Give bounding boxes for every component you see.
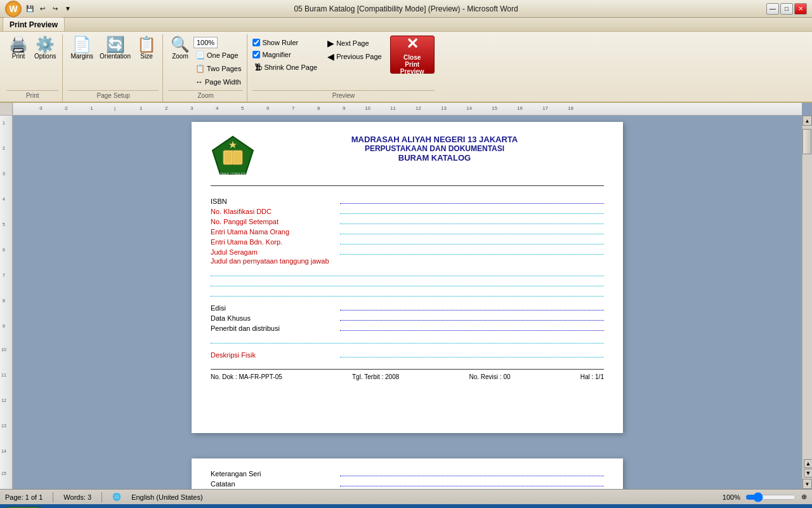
two-pages-label: Two Pages xyxy=(207,65,241,72)
edisi-label: Edisi xyxy=(211,304,337,312)
institution-logo: SMAN 13 BEKASI xyxy=(211,135,255,179)
zoom-buttons: 🔍 Zoom 📃 One Page 📋 Two Pages xyxy=(168,36,243,90)
scroll-track xyxy=(802,126,812,458)
scroll-up-btn[interactable]: ▲ xyxy=(802,116,812,126)
save-quick-btn[interactable]: 💾 xyxy=(24,3,36,15)
svg-text:SMAN 13 BEKASI: SMAN 13 BEKASI xyxy=(220,172,246,176)
office-logo[interactable]: W xyxy=(5,1,22,17)
entri-bdn-input xyxy=(340,237,604,244)
entri-nama-field: Entri Utama Nama Orang xyxy=(211,227,604,236)
previous-page-button[interactable]: ◀ Previous Page xyxy=(325,50,384,63)
form-fields: ISBN No. Klasifikasi DDC No. Panggil Set… xyxy=(211,196,604,359)
zoom-increase-btn[interactable]: ⊕ xyxy=(801,493,807,501)
status-sep-2 xyxy=(102,492,102,502)
edisi-field: Edisi xyxy=(211,303,604,312)
more-quick-btn[interactable]: ▼ xyxy=(62,3,74,15)
penerbit-label: Penerbit dan distribusi xyxy=(211,324,337,332)
entri-nama-input xyxy=(340,227,604,234)
print-label: Print xyxy=(12,53,25,60)
print-button[interactable]: 🖨️ Print xyxy=(6,36,30,62)
zoom-icon: 🔍 xyxy=(171,37,190,52)
page-footer: No. Dok : MA-FR-PPT-05 Tgl. Terbit : 200… xyxy=(211,369,604,380)
department-name: PERPUSTAKAAN DAN DOKUMENTASI xyxy=(265,144,604,153)
window-controls: — □ ✕ xyxy=(766,3,807,15)
ribbon-tabs: Print Preview xyxy=(0,18,812,32)
magnifier-row: Magnifier xyxy=(252,49,319,60)
keterangan-seri-field: Keterangan Seri xyxy=(211,469,604,478)
ruler-corner xyxy=(0,103,13,116)
preview-buttons: Show Ruler Magnifier 🗜 Shrink One Page ▶… xyxy=(252,36,434,90)
print-group-label: Print xyxy=(6,90,58,100)
svg-rect-5 xyxy=(225,152,232,163)
two-pages-button[interactable]: 📋 Two Pages xyxy=(193,62,243,75)
isbn-input xyxy=(340,196,604,204)
page-2: Keterangan Seri Catatan xyxy=(192,458,623,489)
two-pages-icon: 📋 xyxy=(195,64,205,73)
close-print-label: Close PrintPreview xyxy=(396,54,429,75)
entri-bdn-field: Entri Utama Bdn. Korp. xyxy=(211,237,604,246)
scroll-down-btn[interactable]: ▼ xyxy=(802,479,812,489)
no-revisi: No. Revisi : 00 xyxy=(469,373,511,380)
one-page-button[interactable]: 📃 One Page xyxy=(193,49,243,62)
extra-line-3 xyxy=(211,288,604,297)
hal: Hal : 1/1 xyxy=(580,373,604,380)
deskripsi-label: Deskripsi Fisik xyxy=(211,351,337,359)
close-btn[interactable]: ✕ xyxy=(794,3,807,15)
scroll-arrow-up2[interactable]: ▲ xyxy=(804,459,812,468)
next-page-button[interactable]: ▶ Next Page xyxy=(325,37,384,50)
ribbon-group-page-setup: 📄 Margins 🔄 Orientation 📋 Size Page Setu… xyxy=(64,34,163,102)
redo-quick-btn[interactable]: ↪ xyxy=(49,3,61,15)
orientation-icon: 🔄 xyxy=(106,37,125,52)
zoom-button[interactable]: 🔍 Zoom xyxy=(168,36,192,62)
size-icon: 📋 xyxy=(137,37,156,52)
next-page-label: Next Page xyxy=(336,39,369,47)
previous-page-label: Previous Page xyxy=(336,53,382,60)
zoom-input[interactable] xyxy=(193,37,218,48)
maximize-btn[interactable]: □ xyxy=(780,3,793,15)
data-khusus-label: Data Khusus xyxy=(211,314,337,322)
undo-quick-btn[interactable]: ↩ xyxy=(37,3,48,15)
judul-seragam-field: Judul Seragam xyxy=(211,247,604,256)
page-width-icon: ↔ xyxy=(195,77,203,86)
entri-nama-label: Entri Utama Nama Orang xyxy=(211,228,337,236)
shrink-one-page-button[interactable]: 🗜 Shrink One Page xyxy=(252,61,319,74)
margins-button[interactable]: 📄 Margins xyxy=(68,36,96,62)
options-button[interactable]: ⚙️ Options xyxy=(32,36,58,62)
judul-pernyataan-field: Judul dan pernyataan tanggung jawab xyxy=(211,257,604,265)
klasifikasi-field: No. Klasifikasi DDC xyxy=(211,206,604,215)
scroll-thumb[interactable] xyxy=(802,129,811,154)
shrink-label: Shrink One Page xyxy=(264,64,317,71)
penerbit-extra-line xyxy=(211,335,604,344)
status-bar: Page: 1 of 1 Words: 3 🌐 English (United … xyxy=(0,489,812,504)
shrink-icon: 🗜 xyxy=(254,63,262,72)
doc-no: No. Dok : MA-FR-PPT-05 xyxy=(211,373,282,380)
tgl-terbit: Tgl. Terbit : 2008 xyxy=(352,373,399,380)
page-width-button[interactable]: ↔ Page Width xyxy=(193,76,243,88)
size-button[interactable]: 📋 Size xyxy=(134,36,159,62)
magnifier-label: Magnifier xyxy=(262,51,291,58)
isbn-label: ISBN xyxy=(211,197,337,205)
page-setup-buttons: 📄 Margins 🔄 Orientation 📋 Size xyxy=(68,36,159,90)
one-page-icon: 📃 xyxy=(195,51,205,60)
magnifier-checkbox[interactable] xyxy=(252,51,260,58)
quick-access-toolbar: 💾 ↩ ↪ ▼ xyxy=(24,3,74,15)
header-text: MADRASAH ALIYAH NEGERI 13 JAKARTA PERPUS… xyxy=(265,135,604,163)
panggil-field: No. Panggil Setempat xyxy=(211,217,604,225)
panggil-input xyxy=(340,217,604,224)
minimize-btn[interactable]: — xyxy=(766,3,779,15)
ribbon: Print Preview 🖨️ Print ⚙️ Options Print … xyxy=(0,18,812,103)
show-ruler-label: Show Ruler xyxy=(262,39,298,46)
page-wrapper: SMAN 13 BEKASI MADRASAH ALIYAH NEGERI 13… xyxy=(192,122,623,483)
vertical-scrollbar[interactable]: ▲ ▲ ▼ ▼ xyxy=(802,116,812,489)
tab-print-preview[interactable]: Print Preview xyxy=(3,17,65,31)
orientation-button[interactable]: 🔄 Orientation xyxy=(97,36,133,62)
show-ruler-checkbox[interactable] xyxy=(252,39,260,46)
page-setup-group-label: Page Setup xyxy=(68,90,159,100)
zoom-slider[interactable] xyxy=(745,493,796,501)
institution-name: MADRASAH ALIYAH NEGERI 13 JAKARTA xyxy=(265,135,604,144)
next-page-icon: ▶ xyxy=(327,38,334,48)
scroll-arrow-down2[interactable]: ▼ xyxy=(804,469,812,478)
language-icon: 🌐 xyxy=(112,493,121,501)
ribbon-content: 🖨️ Print ⚙️ Options Print 📄 Margins 🔄 xyxy=(0,32,812,102)
close-print-preview-button[interactable]: ✕ Close PrintPreview xyxy=(390,36,435,74)
